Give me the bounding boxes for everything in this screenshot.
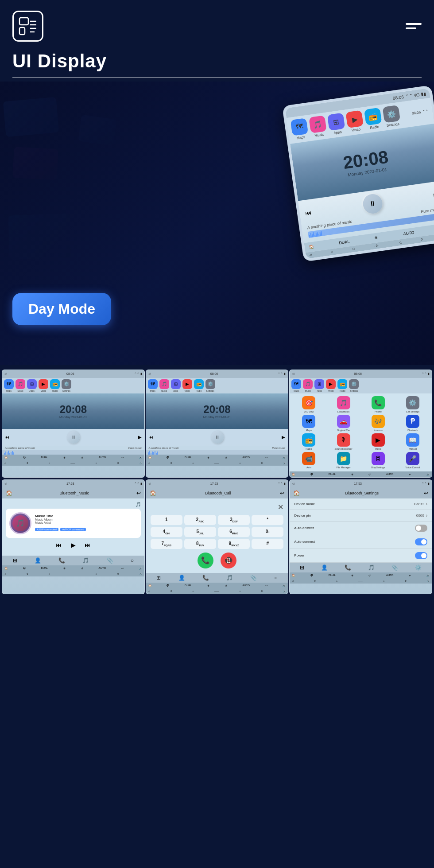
key-8[interactable]: 8TUV (184, 539, 216, 549)
nav-music-icon-2[interactable]: 🎵 (226, 575, 233, 581)
tablet-play-btn[interactable]: ⏸ (361, 193, 384, 215)
bt-music-back[interactable]: ↩ (136, 490, 141, 496)
bt-call-back[interactable]: ↩ (280, 490, 284, 496)
app-voicecontrol[interactable]: 🎤 Voice Control (396, 452, 429, 469)
app-manual[interactable]: 📖 Manual (396, 433, 429, 450)
nav-apps-2[interactable]: ⊞ Apps (171, 379, 181, 392)
hamburger-menu[interactable] (406, 23, 422, 29)
nav-paperclip-icon[interactable]: 📎 (107, 557, 113, 564)
app-radio[interactable]: 📻 Radio (292, 433, 325, 450)
app-carsettings[interactable]: ⚙️ Car Settings (396, 396, 429, 413)
tablet-nav-apps[interactable]: ⊞ Apps (327, 113, 346, 136)
tablet-nav-radio[interactable]: 📻 Radio (364, 107, 383, 130)
tablet-nav-music[interactable]: 🎵 Music (309, 115, 327, 138)
key-hash[interactable]: # (252, 539, 283, 549)
nav-grid-icon[interactable]: ⊞ (13, 557, 17, 564)
app-maps[interactable]: 🗺 Maps (292, 415, 325, 432)
nav-music-2[interactable]: 🎵 Music (159, 379, 169, 392)
auto-answer-row[interactable]: Auto answer (290, 522, 432, 535)
nav-apps-1[interactable]: ⊞ Apps (27, 379, 37, 392)
nav-settings-active-icon[interactable]: ⚙️ (415, 564, 422, 571)
nav-maps-1[interactable]: 🗺 Maps (4, 379, 14, 392)
nav-more-icon[interactable]: ○ (131, 557, 134, 564)
app-avin[interactable]: 📹 Avin (292, 452, 325, 469)
phone-screen-3: ◁ 08:06 ⌃⌃ ▮ 🗺 Maps 🎵 Music ⊞ Apps (289, 370, 432, 478)
bt-next-btn[interactable]: ⏭ (85, 541, 91, 549)
bt-call-home[interactable]: 🏠 (150, 490, 156, 496)
app-soundrecorder[interactable]: 🎙 Sound Recorder (327, 433, 360, 450)
nav-settings-3[interactable]: ⚙️ Settings (349, 379, 359, 392)
screen1-play[interactable]: ⏸ (67, 431, 80, 444)
power-row[interactable]: Power (290, 549, 432, 563)
bt-play-btn[interactable]: ▶ (71, 541, 76, 549)
device-name-row[interactable]: Device name CarBT › (290, 498, 432, 510)
nav-music-active-icon[interactable]: 🎵 (82, 557, 89, 564)
bt-settings-home[interactable]: 🏠 (293, 490, 300, 496)
tablet-nav-settings[interactable]: ⚙️ Settings (383, 105, 401, 128)
key-3[interactable]: 3DEF (218, 515, 250, 525)
app-bluetooth[interactable]: Ᵽ Bluetooth (396, 415, 429, 432)
nav-paperclip-icon-2[interactable]: 📎 (250, 575, 257, 581)
screen1-next[interactable]: ▶ (138, 435, 142, 440)
app-localmusic[interactable]: 🎵 Localmusic (327, 396, 360, 413)
screen2-prev[interactable]: ⏮ (149, 435, 153, 440)
tablet-nav-vedio[interactable]: ▶ Vedio (345, 110, 364, 133)
key-5[interactable]: 5JKL (184, 527, 216, 537)
nav-grid-icon-2[interactable]: ⊞ (156, 575, 161, 581)
key-9[interactable]: 9WXYZ (218, 539, 250, 549)
nav-settings-2[interactable]: ⚙️ Settings (205, 379, 215, 392)
app-originalcar[interactable]: 🚗 Original Car (327, 415, 360, 432)
screen1-prev[interactable]: ⏮ (5, 435, 9, 440)
app-kuwooo[interactable]: 🎶 Kuwooo (362, 415, 395, 432)
bt-music-home[interactable]: 🏠 (6, 490, 12, 496)
nav-vedio-3[interactable]: ▶ Vedio (326, 379, 336, 392)
key-6[interactable]: 6MNO (218, 527, 250, 537)
power-toggle[interactable] (415, 552, 427, 559)
nav-music-icon-3[interactable]: 🎵 (368, 564, 375, 571)
key-2[interactable]: 2ABC (184, 515, 216, 525)
answer-btn[interactable]: 📞 (198, 553, 213, 568)
nav-radio-3[interactable]: 📻 Radio (337, 379, 347, 392)
app-360view[interactable]: 🎯 360 view (292, 396, 325, 413)
tablet-prev-btn[interactable]: ⏮ (305, 209, 312, 217)
nav-person-icon-2[interactable]: 👤 (178, 575, 185, 581)
bt-call-close[interactable]: ✕ (151, 503, 284, 511)
key-1[interactable]: 1 (151, 515, 182, 525)
nav-grid-icon-3[interactable]: ⊞ (300, 564, 304, 571)
app-dispsettings[interactable]: 🎛 DispSettings (362, 452, 395, 469)
bt-settings-back[interactable]: ↩ (424, 490, 428, 496)
app-phone[interactable]: 📞 Phone (362, 396, 395, 413)
nav-person-icon-3[interactable]: 👤 (321, 564, 328, 571)
nav-apps-3[interactable]: ⊞ Apps (314, 379, 324, 392)
nav-maps-3[interactable]: 🗺 Maps (291, 379, 301, 392)
nav-person-icon[interactable]: 👤 (35, 557, 41, 564)
bt-prev-btn[interactable]: ⏮ (56, 541, 62, 549)
nav-paperclip-icon-3[interactable]: 📎 (391, 564, 398, 571)
tablet-nav-maps[interactable]: 🗺 Maps (291, 118, 309, 141)
nav-music-3[interactable]: 🎵 Music (303, 379, 313, 392)
key-0[interactable]: 0- (252, 527, 283, 537)
nav-more-icon-2[interactable]: ○ (274, 575, 277, 581)
screen2-next[interactable]: ▶ (282, 435, 285, 440)
nav-radio-2[interactable]: 📻 Radio (194, 379, 204, 392)
auto-answer-toggle[interactable] (415, 525, 427, 532)
auto-connect-row[interactable]: Auto connect (290, 535, 432, 549)
nav-phone-icon[interactable]: 📞 (58, 557, 65, 564)
nav-vedio-1[interactable]: ▶ Vedio (39, 379, 48, 392)
key-4[interactable]: 4GHI (151, 527, 182, 537)
nav-music-1[interactable]: 🎵 Music (16, 379, 25, 392)
nav-phone-icon-2[interactable]: 📞 (202, 575, 209, 581)
nav-radio-1[interactable]: 📻 Radio (50, 379, 60, 392)
reject-btn[interactable]: 📵 (221, 553, 236, 568)
auto-connect-toggle[interactable] (415, 538, 427, 545)
app-filemanager[interactable]: 📁 File Manager (327, 452, 360, 469)
nav-phone-icon-3[interactable]: 📞 (345, 564, 351, 571)
nav-vedio-2[interactable]: ▶ Vedio (182, 379, 192, 392)
device-pin-row[interactable]: Device pin 0000 › (290, 510, 432, 522)
key-star[interactable]: * (252, 515, 283, 525)
nav-maps-2[interactable]: 🗺 Maps (148, 379, 158, 392)
nav-settings-1[interactable]: ⚙️ Settings (62, 379, 71, 392)
key-7[interactable]: 7PQRS (151, 539, 182, 549)
screen2-play[interactable]: ⏸ (211, 431, 224, 444)
app-video[interactable]: ▶ Video (362, 433, 395, 450)
